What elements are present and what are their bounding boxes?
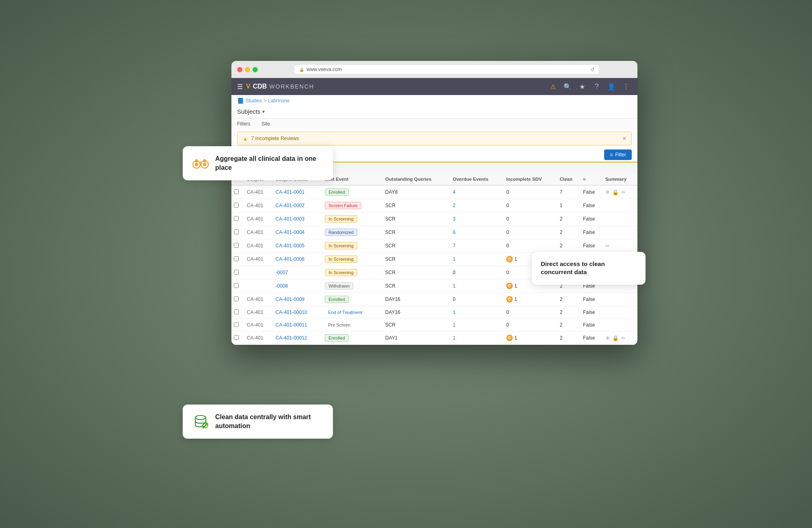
col-filter[interactable]: ≡ (581, 173, 603, 185)
row-checkbox-input[interactable] (234, 309, 239, 314)
status-badge: Randomized (325, 229, 357, 236)
subjects-dropdown-arrow[interactable]: ▾ (262, 109, 265, 115)
subject-link[interactable]: CA-401-0006 (276, 256, 304, 262)
overdue-count: 0 (506, 270, 509, 275)
site-code: CA-401 (244, 199, 273, 212)
summary-action-icon[interactable]: ✏ (621, 335, 626, 341)
summary-icons-cell (603, 293, 637, 306)
summary-action-icon[interactable]: ❄ (605, 189, 610, 195)
status-cell: Enrolled (322, 185, 383, 199)
clean-cell: False (581, 319, 603, 331)
outstanding-count[interactable]: 1 (453, 309, 456, 315)
outstanding-count[interactable]: 3 (453, 216, 456, 222)
outstanding-count[interactable]: 0 (453, 270, 456, 275)
subject-link[interactable]: -0008 (276, 283, 288, 289)
outstanding-count[interactable]: 2 (453, 203, 456, 208)
minimize-button[interactable] (245, 67, 250, 72)
summary-action-icon[interactable]: ✏ (621, 189, 626, 195)
overdue-icon: ⏱ (506, 283, 513, 289)
url-text: www.veeva.com (307, 67, 342, 72)
table-row: CA-401 CA-401-0005 In Screening SCR 7 0 … (231, 239, 637, 253)
row-checkbox-input[interactable] (234, 322, 239, 327)
subject-link[interactable]: CA-401-0002 (276, 203, 304, 208)
status-badge: In Screening (325, 255, 357, 263)
subjects-label[interactable]: Subjects (237, 108, 261, 115)
banner-close-button[interactable]: ✕ (622, 136, 626, 141)
outstanding-count[interactable]: 1 (453, 322, 456, 328)
last-event-cell: DAY1 (383, 331, 450, 345)
studies-link[interactable]: Studies (246, 98, 262, 104)
reload-icon[interactable]: ↺ (590, 67, 594, 72)
row-checkbox-input[interactable] (234, 243, 239, 248)
user-icon[interactable]: 👤 (606, 81, 617, 92)
overdue-cell-container: 0 (504, 306, 557, 319)
svg-point-2 (195, 163, 198, 166)
subject-link[interactable]: CA-401-00011 (276, 322, 307, 328)
subject-link[interactable]: CA-401-00010 (276, 309, 307, 315)
subject-link[interactable]: CA-401-0003 (276, 216, 304, 222)
logo-v: V (246, 83, 251, 90)
subject-link[interactable]: -0007 (276, 270, 288, 275)
site-code: CA-401 (244, 185, 273, 199)
status-cell: Withdrawn (322, 279, 383, 293)
close-button[interactable] (237, 67, 242, 72)
svg-rect-4 (195, 159, 198, 162)
outstanding-cell: 7 (450, 239, 504, 253)
summary-action-icon[interactable]: 🔒 (612, 189, 619, 195)
table-row: CA-401 CA-401-0009 Enrolled DAY16 0 ⏱ 1 … (231, 293, 637, 306)
last-event-cell: SCR (383, 212, 450, 226)
filter-button[interactable]: ≡ Filter (604, 149, 632, 160)
subject-link-cell: CA-401-00010 (273, 306, 323, 319)
col-overdue-events[interactable]: Overdue Events (450, 173, 504, 185)
col-summary[interactable]: Summary (603, 173, 637, 185)
outstanding-count[interactable]: 1 (453, 256, 456, 262)
col-outstanding-queries[interactable]: Outstanding Queries (383, 173, 450, 185)
row-checkbox-input[interactable] (234, 296, 239, 301)
subject-link[interactable]: CA-401-0004 (276, 229, 304, 235)
col-incomplete-sdv[interactable]: Incomplete SDV (504, 173, 557, 185)
overdue-count: 1 (514, 256, 517, 262)
outstanding-count[interactable]: 1 (453, 283, 456, 289)
summary-action-icon[interactable]: ✏ (605, 243, 610, 249)
more-icon[interactable]: ⋮ (620, 81, 632, 92)
col-clean[interactable]: Clean (557, 173, 581, 185)
table-row: CA-401 CA-401-00011 Pre Screen SCR 1 0 2… (231, 319, 637, 331)
outstanding-count[interactable]: 4 (453, 189, 456, 195)
help-icon[interactable]: ? (591, 81, 603, 92)
row-checkbox-input[interactable] (234, 189, 239, 194)
overdue-cell-container: 0 (504, 185, 557, 199)
row-checkbox-input[interactable] (234, 216, 239, 221)
outstanding-count[interactable]: 7 (453, 243, 456, 249)
last-event-cell: DAY8 (383, 185, 450, 199)
summary-action-icon[interactable]: 🔒 (612, 335, 619, 341)
row-checkbox-input[interactable] (234, 270, 239, 275)
row-checkbox (231, 319, 244, 331)
notification-icon[interactable]: ⚠ (547, 81, 559, 92)
row-checkbox-input[interactable] (234, 283, 239, 288)
logo-workbench: WORKBENCH (269, 83, 314, 90)
summary-action-icon[interactable]: ❄ (605, 335, 610, 341)
maximize-button[interactable] (253, 67, 258, 72)
row-checkbox-input[interactable] (234, 203, 239, 208)
site-code (244, 266, 273, 279)
url-bar[interactable]: 🔒 www.veeva.com ↺ (294, 65, 599, 74)
subject-link[interactable]: CA-401-0001 (276, 189, 304, 195)
outstanding-count[interactable]: 6 (453, 229, 456, 235)
row-checkbox-input[interactable] (234, 335, 239, 340)
sdv-cell: 2 (557, 331, 581, 345)
subject-link[interactable]: CA-401-0005 (276, 243, 304, 249)
table-row: CA-401 CA-401-0002 Screen Failure SCR 2 … (231, 199, 637, 212)
last-event-cell: SCR (383, 266, 450, 279)
site-code: CA-401 (244, 253, 273, 266)
row-checkbox-input[interactable] (234, 229, 239, 234)
outstanding-count[interactable]: 1 (453, 335, 456, 341)
outstanding-count[interactable]: 0 (453, 296, 456, 302)
filters-label: Filters (237, 121, 257, 127)
subject-link[interactable]: CA-401-0009 (276, 296, 304, 302)
menu-button[interactable]: ☰ (237, 83, 243, 91)
bookmark-icon[interactable]: ★ (577, 81, 588, 92)
subject-link-cell: CA-401-0006 (273, 253, 323, 266)
row-checkbox-input[interactable] (234, 256, 239, 261)
search-icon[interactable]: 🔍 (562, 81, 573, 92)
subject-link[interactable]: CA-401-00012 (276, 335, 307, 341)
